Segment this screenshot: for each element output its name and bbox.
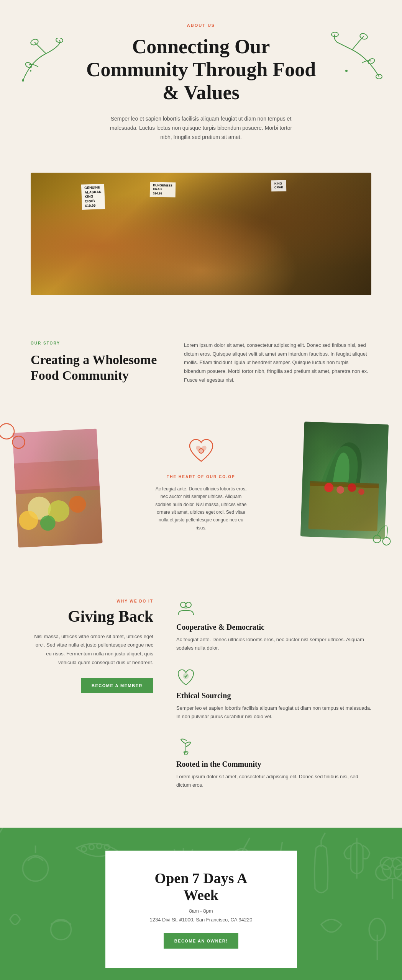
story-title: Creating a Wholesome Food Community xyxy=(31,352,161,384)
svg-point-19 xyxy=(12,436,25,449)
market-image: GENUINEALASKANKINGCRAB$19.99 DUNGENESSCR… xyxy=(31,173,371,295)
vine-right-decoration xyxy=(329,31,387,88)
open-section: Open 7 Days A Week 8am - 8pm 1234 Divi S… xyxy=(0,828,402,980)
giving-why-label: Why We Do It xyxy=(31,599,153,603)
giving-features: Cooperative & Democratic Ac feugiat ante… xyxy=(176,599,371,805)
open-title: Open 7 Days A Week xyxy=(144,870,259,903)
svg-point-27 xyxy=(373,535,381,543)
coop-left-image-container xyxy=(12,428,102,547)
hero-subtitle: Semper leo et sapien lobortis facilisis … xyxy=(109,114,293,142)
story-section: Our Story Creating a Wholesome Food Comm… xyxy=(0,318,402,408)
svg-point-18 xyxy=(0,423,15,439)
cooperative-icon xyxy=(176,599,195,618)
svg-point-28 xyxy=(382,537,391,545)
giving-section: Why We Do It Giving Back Nisl massa, ult… xyxy=(0,576,402,828)
giving-left: Why We Do It Giving Back Nisl massa, ult… xyxy=(31,599,153,805)
hero-title: Connecting Our Community Through Food & … xyxy=(86,35,316,104)
heart-icon xyxy=(186,436,217,467)
coop-body: Ac feugiat ante. Donec ultricies loborti… xyxy=(155,485,247,532)
become-member-button[interactable]: Become A Member xyxy=(81,678,153,693)
open-hours: 8am - 8pm xyxy=(144,908,259,914)
feature-cooperative: Cooperative & Democratic Ac feugiat ante… xyxy=(176,599,371,652)
feature-ethical-body: Semper leo et sapien lobortis facilisis … xyxy=(176,704,371,721)
open-card: Open 7 Days A Week 8am - 8pm 1234 Divi S… xyxy=(105,851,297,968)
open-inner: Open 7 Days A Week 8am - 8pm 1234 Divi S… xyxy=(0,828,402,980)
coop-section: The Heart Of Our Co-Op Ac feugiat ante. … xyxy=(0,408,402,576)
become-owner-button[interactable]: Become An Owner! xyxy=(164,933,239,949)
svg-point-4 xyxy=(30,70,31,72)
open-address: 1234 Divi St. #1000, San Francisco, CA 9… xyxy=(144,917,259,923)
feature-rooted-title: Rooted in the Community xyxy=(176,760,371,769)
market-image-section: GENUINEALASKANKINGCRAB$19.99 DUNGENESSCR… xyxy=(0,173,402,318)
market-sign-2: DUNGENESSCRAB$24.99 xyxy=(150,182,176,197)
coop-right-image-container xyxy=(300,421,389,539)
vine-left-decoration xyxy=(15,38,65,88)
feature-ethical: Ethical Sourcing Semper leo et sapien lo… xyxy=(176,668,371,721)
market-sign-1: GENUINEALASKANKINGCRAB$19.99 xyxy=(81,184,105,210)
coop-label: The Heart Of Our Co-Op xyxy=(115,475,287,479)
hero-section: About Us Connecting Our Community Throug… xyxy=(0,0,402,173)
story-right: Lorem ipsum dolor sit amet, consectetur … xyxy=(184,341,371,385)
ethical-icon xyxy=(176,668,195,687)
svg-point-9 xyxy=(345,70,348,72)
story-body: Lorem ipsum dolor sit amet, consectetur … xyxy=(184,341,371,385)
feature-cooperative-title: Cooperative & Democratic xyxy=(176,623,371,632)
svg-point-3 xyxy=(22,79,24,82)
feature-rooted-body: Lorem ipsum dolor sit amet, consectetur … xyxy=(176,773,371,789)
giving-title: Giving Back xyxy=(31,607,153,626)
svg-point-31 xyxy=(184,606,187,609)
coop-center: The Heart Of Our Co-Op Ac feugiat ante. … xyxy=(107,429,295,539)
giving-body: Nisl massa, ultrices vitae ornare sit am… xyxy=(31,632,153,667)
hero-label: About Us xyxy=(31,23,371,28)
rooted-icon xyxy=(176,736,195,755)
feature-rooted: Rooted in the Community Lorem ipsum dolo… xyxy=(176,736,371,789)
svg-point-32 xyxy=(183,673,189,679)
feature-cooperative-body: Ac feugiat ante. Donec ultricies loborti… xyxy=(176,635,371,652)
story-label: Our Story xyxy=(31,341,161,345)
story-left: Our Story Creating a Wholesome Food Comm… xyxy=(31,341,161,384)
market-sign-3: KINGCRAB xyxy=(271,180,286,191)
feature-ethical-title: Ethical Sourcing xyxy=(176,691,371,700)
svg-rect-17 xyxy=(14,459,100,494)
